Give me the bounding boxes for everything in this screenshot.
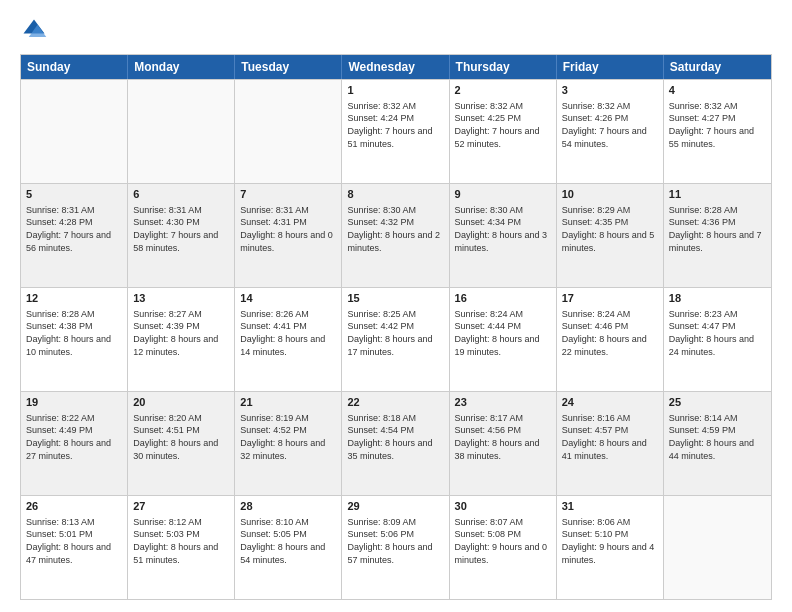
day-info: Sunrise: 8:30 AM Sunset: 4:34 PM Dayligh…	[455, 204, 551, 254]
cal-empty	[128, 80, 235, 183]
day-info: Sunrise: 8:29 AM Sunset: 4:35 PM Dayligh…	[562, 204, 658, 254]
cal-day-22: 22Sunrise: 8:18 AM Sunset: 4:54 PM Dayli…	[342, 392, 449, 495]
day-number: 15	[347, 291, 443, 306]
day-info: Sunrise: 8:25 AM Sunset: 4:42 PM Dayligh…	[347, 308, 443, 358]
cal-day-13: 13Sunrise: 8:27 AM Sunset: 4:39 PM Dayli…	[128, 288, 235, 391]
cal-day-7: 7Sunrise: 8:31 AM Sunset: 4:31 PM Daylig…	[235, 184, 342, 287]
day-info: Sunrise: 8:32 AM Sunset: 4:25 PM Dayligh…	[455, 100, 551, 150]
day-info: Sunrise: 8:13 AM Sunset: 5:01 PM Dayligh…	[26, 516, 122, 566]
header-cell-monday: Monday	[128, 55, 235, 79]
day-number: 25	[669, 395, 766, 410]
cal-day-25: 25Sunrise: 8:14 AM Sunset: 4:59 PM Dayli…	[664, 392, 771, 495]
logo	[20, 16, 52, 44]
calendar-week-5: 26Sunrise: 8:13 AM Sunset: 5:01 PM Dayli…	[21, 495, 771, 599]
cal-day-21: 21Sunrise: 8:19 AM Sunset: 4:52 PM Dayli…	[235, 392, 342, 495]
day-number: 5	[26, 187, 122, 202]
logo-icon	[20, 16, 48, 44]
day-number: 6	[133, 187, 229, 202]
cal-day-14: 14Sunrise: 8:26 AM Sunset: 4:41 PM Dayli…	[235, 288, 342, 391]
day-info: Sunrise: 8:20 AM Sunset: 4:51 PM Dayligh…	[133, 412, 229, 462]
day-info: Sunrise: 8:28 AM Sunset: 4:38 PM Dayligh…	[26, 308, 122, 358]
day-number: 21	[240, 395, 336, 410]
day-number: 29	[347, 499, 443, 514]
cal-day-15: 15Sunrise: 8:25 AM Sunset: 4:42 PM Dayli…	[342, 288, 449, 391]
calendar-body: 1Sunrise: 8:32 AM Sunset: 4:24 PM Daylig…	[21, 79, 771, 599]
day-number: 23	[455, 395, 551, 410]
day-number: 30	[455, 499, 551, 514]
cal-day-23: 23Sunrise: 8:17 AM Sunset: 4:56 PM Dayli…	[450, 392, 557, 495]
day-number: 3	[562, 83, 658, 98]
page: SundayMondayTuesdayWednesdayThursdayFrid…	[0, 0, 792, 612]
cal-day-30: 30Sunrise: 8:07 AM Sunset: 5:08 PM Dayli…	[450, 496, 557, 599]
cal-day-28: 28Sunrise: 8:10 AM Sunset: 5:05 PM Dayli…	[235, 496, 342, 599]
calendar-week-2: 5Sunrise: 8:31 AM Sunset: 4:28 PM Daylig…	[21, 183, 771, 287]
day-info: Sunrise: 8:32 AM Sunset: 4:26 PM Dayligh…	[562, 100, 658, 150]
calendar-header-row: SundayMondayTuesdayWednesdayThursdayFrid…	[21, 55, 771, 79]
cal-day-1: 1Sunrise: 8:32 AM Sunset: 4:24 PM Daylig…	[342, 80, 449, 183]
day-number: 28	[240, 499, 336, 514]
cal-day-6: 6Sunrise: 8:31 AM Sunset: 4:30 PM Daylig…	[128, 184, 235, 287]
day-info: Sunrise: 8:07 AM Sunset: 5:08 PM Dayligh…	[455, 516, 551, 566]
day-info: Sunrise: 8:28 AM Sunset: 4:36 PM Dayligh…	[669, 204, 766, 254]
day-number: 2	[455, 83, 551, 98]
cal-day-11: 11Sunrise: 8:28 AM Sunset: 4:36 PM Dayli…	[664, 184, 771, 287]
day-number: 9	[455, 187, 551, 202]
day-number: 24	[562, 395, 658, 410]
cal-day-27: 27Sunrise: 8:12 AM Sunset: 5:03 PM Dayli…	[128, 496, 235, 599]
day-number: 10	[562, 187, 658, 202]
day-info: Sunrise: 8:23 AM Sunset: 4:47 PM Dayligh…	[669, 308, 766, 358]
cal-day-3: 3Sunrise: 8:32 AM Sunset: 4:26 PM Daylig…	[557, 80, 664, 183]
cal-empty	[235, 80, 342, 183]
cal-day-24: 24Sunrise: 8:16 AM Sunset: 4:57 PM Dayli…	[557, 392, 664, 495]
cal-empty	[664, 496, 771, 599]
cal-day-2: 2Sunrise: 8:32 AM Sunset: 4:25 PM Daylig…	[450, 80, 557, 183]
cal-day-19: 19Sunrise: 8:22 AM Sunset: 4:49 PM Dayli…	[21, 392, 128, 495]
cal-day-10: 10Sunrise: 8:29 AM Sunset: 4:35 PM Dayli…	[557, 184, 664, 287]
cal-day-4: 4Sunrise: 8:32 AM Sunset: 4:27 PM Daylig…	[664, 80, 771, 183]
day-info: Sunrise: 8:19 AM Sunset: 4:52 PM Dayligh…	[240, 412, 336, 462]
day-number: 4	[669, 83, 766, 98]
day-number: 18	[669, 291, 766, 306]
day-number: 7	[240, 187, 336, 202]
cal-day-12: 12Sunrise: 8:28 AM Sunset: 4:38 PM Dayli…	[21, 288, 128, 391]
cal-day-29: 29Sunrise: 8:09 AM Sunset: 5:06 PM Dayli…	[342, 496, 449, 599]
cal-day-20: 20Sunrise: 8:20 AM Sunset: 4:51 PM Dayli…	[128, 392, 235, 495]
day-number: 17	[562, 291, 658, 306]
header-cell-tuesday: Tuesday	[235, 55, 342, 79]
calendar-week-1: 1Sunrise: 8:32 AM Sunset: 4:24 PM Daylig…	[21, 79, 771, 183]
day-info: Sunrise: 8:31 AM Sunset: 4:30 PM Dayligh…	[133, 204, 229, 254]
day-number: 26	[26, 499, 122, 514]
day-info: Sunrise: 8:27 AM Sunset: 4:39 PM Dayligh…	[133, 308, 229, 358]
cal-day-16: 16Sunrise: 8:24 AM Sunset: 4:44 PM Dayli…	[450, 288, 557, 391]
day-number: 27	[133, 499, 229, 514]
header-cell-thursday: Thursday	[450, 55, 557, 79]
day-number: 14	[240, 291, 336, 306]
day-info: Sunrise: 8:31 AM Sunset: 4:31 PM Dayligh…	[240, 204, 336, 254]
day-info: Sunrise: 8:06 AM Sunset: 5:10 PM Dayligh…	[562, 516, 658, 566]
day-number: 31	[562, 499, 658, 514]
day-number: 11	[669, 187, 766, 202]
cal-day-17: 17Sunrise: 8:24 AM Sunset: 4:46 PM Dayli…	[557, 288, 664, 391]
day-info: Sunrise: 8:09 AM Sunset: 5:06 PM Dayligh…	[347, 516, 443, 566]
cal-empty	[21, 80, 128, 183]
day-info: Sunrise: 8:14 AM Sunset: 4:59 PM Dayligh…	[669, 412, 766, 462]
cal-day-8: 8Sunrise: 8:30 AM Sunset: 4:32 PM Daylig…	[342, 184, 449, 287]
day-info: Sunrise: 8:32 AM Sunset: 4:24 PM Dayligh…	[347, 100, 443, 150]
header-cell-wednesday: Wednesday	[342, 55, 449, 79]
day-number: 16	[455, 291, 551, 306]
day-info: Sunrise: 8:16 AM Sunset: 4:57 PM Dayligh…	[562, 412, 658, 462]
calendar-week-4: 19Sunrise: 8:22 AM Sunset: 4:49 PM Dayli…	[21, 391, 771, 495]
cal-day-9: 9Sunrise: 8:30 AM Sunset: 4:34 PM Daylig…	[450, 184, 557, 287]
day-number: 1	[347, 83, 443, 98]
cal-day-26: 26Sunrise: 8:13 AM Sunset: 5:01 PM Dayli…	[21, 496, 128, 599]
day-info: Sunrise: 8:30 AM Sunset: 4:32 PM Dayligh…	[347, 204, 443, 254]
calendar: SundayMondayTuesdayWednesdayThursdayFrid…	[20, 54, 772, 600]
day-number: 20	[133, 395, 229, 410]
day-info: Sunrise: 8:12 AM Sunset: 5:03 PM Dayligh…	[133, 516, 229, 566]
day-info: Sunrise: 8:22 AM Sunset: 4:49 PM Dayligh…	[26, 412, 122, 462]
header-cell-friday: Friday	[557, 55, 664, 79]
day-number: 22	[347, 395, 443, 410]
day-info: Sunrise: 8:18 AM Sunset: 4:54 PM Dayligh…	[347, 412, 443, 462]
day-number: 8	[347, 187, 443, 202]
day-info: Sunrise: 8:17 AM Sunset: 4:56 PM Dayligh…	[455, 412, 551, 462]
